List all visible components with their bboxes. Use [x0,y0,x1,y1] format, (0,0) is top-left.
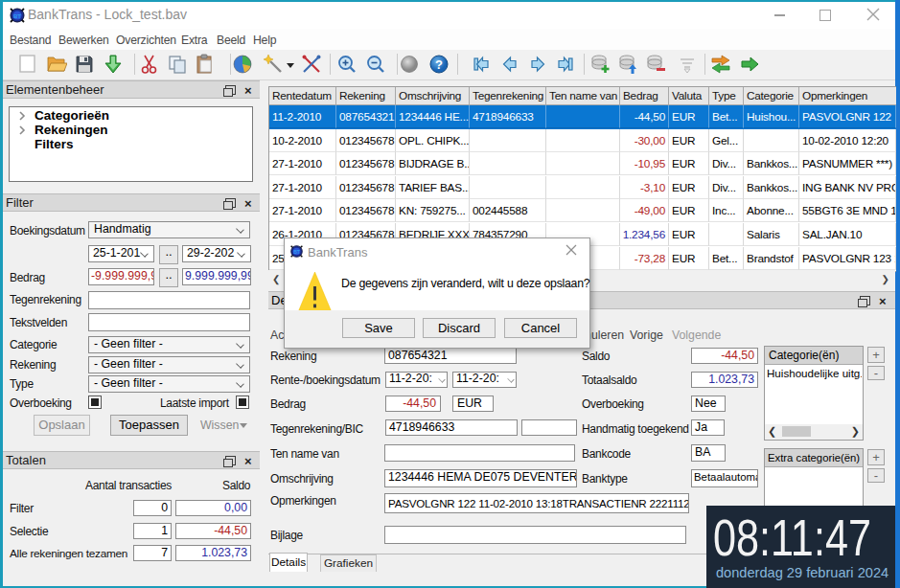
svg-text:BT: BT [293,249,300,255]
svg-text:BT: BT [13,13,21,19]
svg-text:?: ? [435,57,443,72]
